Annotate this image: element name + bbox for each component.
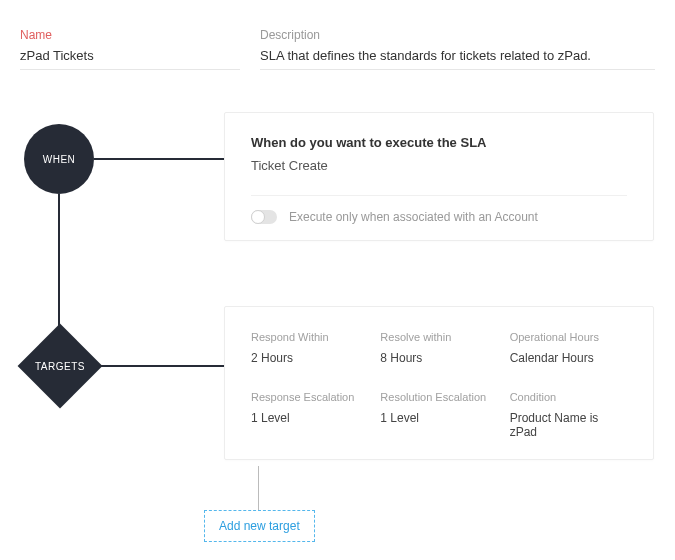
add-target-wrapper: Add new target — [204, 510, 315, 542]
account-toggle[interactable] — [251, 210, 277, 224]
toggle-row: Execute only when associated with an Acc… — [251, 195, 627, 224]
target-cell: Respond Within 2 Hours — [251, 331, 368, 365]
description-label: Description — [260, 28, 655, 42]
target-value: 1 Level — [251, 411, 368, 425]
description-field[interactable]: Description SLA that defines the standar… — [260, 28, 655, 70]
target-value: 2 Hours — [251, 351, 368, 365]
name-field[interactable]: Name zPad Tickets — [20, 28, 240, 70]
target-value: 8 Hours — [380, 351, 497, 365]
targets-node-label: TARGETS — [18, 324, 102, 408]
target-value: 1 Level — [380, 411, 497, 425]
target-label: Response Escalation — [251, 391, 368, 403]
target-cell: Condition Product Name is zPad — [510, 391, 627, 439]
connector-line — [258, 466, 259, 512]
connector-line — [100, 365, 224, 367]
connector-line — [58, 194, 60, 328]
target-cell: Operational Hours Calendar Hours — [510, 331, 627, 365]
when-node-label: WHEN — [43, 154, 76, 165]
target-label: Respond Within — [251, 331, 368, 343]
when-card-value: Ticket Create — [251, 158, 627, 173]
when-card[interactable]: When do you want to execute the SLA Tick… — [224, 112, 654, 241]
target-label: Condition — [510, 391, 627, 403]
toggle-knob — [251, 210, 265, 224]
target-value: Product Name is zPad — [510, 411, 627, 439]
name-value: zPad Tickets — [20, 48, 240, 70]
target-value: Calendar Hours — [510, 351, 627, 365]
targets-node[interactable]: TARGETS — [18, 324, 102, 408]
description-value: SLA that defines the standards for ticke… — [260, 48, 655, 70]
target-cell: Resolution Escalation 1 Level — [380, 391, 497, 439]
targets-card[interactable]: Respond Within 2 Hours Resolve within 8 … — [224, 306, 654, 460]
when-card-title: When do you want to execute the SLA — [251, 135, 627, 150]
target-cell: Response Escalation 1 Level — [251, 391, 368, 439]
when-node[interactable]: WHEN — [24, 124, 94, 194]
target-label: Resolution Escalation — [380, 391, 497, 403]
name-label: Name — [20, 28, 240, 42]
connector-line — [94, 158, 224, 160]
toggle-label: Execute only when associated with an Acc… — [289, 210, 538, 224]
header: Name zPad Tickets Description SLA that d… — [0, 0, 675, 70]
target-label: Resolve within — [380, 331, 497, 343]
add-new-target-button[interactable]: Add new target — [204, 510, 315, 542]
target-cell: Resolve within 8 Hours — [380, 331, 497, 365]
target-label: Operational Hours — [510, 331, 627, 343]
flow-canvas: WHEN TARGETS When do you want to execute… — [20, 110, 660, 540]
